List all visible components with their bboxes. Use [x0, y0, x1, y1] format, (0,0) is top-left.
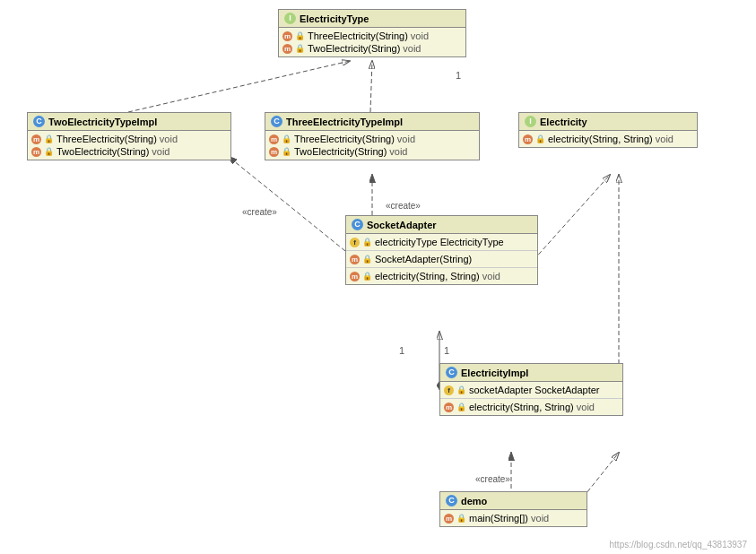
- two-electricity-title: TwoElectricityTypeImpl: [48, 117, 157, 127]
- socket-adapter-constructors: m 🔒 SocketAdapter(String): [346, 251, 537, 268]
- electricity-type-title: ElectricityType: [300, 13, 369, 24]
- three-electricity-box: C ThreeElectricityTypeImpl m 🔒 ThreeElec…: [265, 112, 480, 160]
- electricity-impl-title: ElectricityImpl: [461, 368, 528, 378]
- table-row: f 🔒 electricityType ElectricityType: [350, 236, 534, 248]
- class-icon: C: [33, 116, 45, 127]
- svg-text:1: 1: [399, 345, 404, 356]
- two-electricity-box: C TwoElectricityTypeImpl m 🔒 ThreeElectr…: [27, 112, 231, 160]
- demo-methods: m 🔒 main(String[]) void: [440, 510, 587, 526]
- table-row: m 🔒 ThreeElectricity(String) void: [269, 133, 475, 145]
- method-icon: m: [350, 272, 360, 281]
- table-row: m 🔒 main(String[]) void: [444, 512, 583, 524]
- socket-adapter-title: SocketAdapter: [367, 220, 437, 230]
- electricity-title: Electricity: [540, 117, 587, 127]
- table-row: m 🔒 TwoElectricity(String) void: [282, 42, 462, 55]
- table-row: m 🔒 electricity(String, String) void: [444, 401, 619, 413]
- socket-adapter-box: C SocketAdapter f 🔒 electricityType Elec…: [345, 215, 538, 285]
- three-electricity-methods: m 🔒 ThreeElectricity(String) void m 🔒 Tw…: [265, 131, 479, 160]
- three-electricity-title: ThreeElectricityTypeImpl: [286, 117, 403, 127]
- method-icon: m: [350, 255, 360, 264]
- method-icon: m: [282, 31, 292, 41]
- two-electricity-methods: m 🔒 ThreeElectricity(String) void m 🔒 Tw…: [28, 131, 230, 160]
- table-row: f 🔒 socketAdapter SocketAdapter: [444, 384, 619, 396]
- interface-icon: I: [525, 116, 536, 127]
- table-row: m 🔒 ThreeElectricity(String) void: [282, 30, 462, 42]
- method-icon: m: [444, 514, 454, 524]
- method-icon: m: [269, 147, 279, 157]
- table-row: m 🔒 TwoElectricity(String) void: [31, 145, 227, 158]
- electricity-type-methods: m 🔒 ThreeElectricity(String) void m 🔒 Tw…: [279, 28, 465, 56]
- table-row: m 🔒 electricity(String, String) void: [350, 270, 534, 282]
- demo-title: demo: [461, 496, 487, 506]
- method-icon: m: [444, 403, 454, 412]
- svg-line-17: [583, 453, 619, 498]
- method-icon: m: [269, 134, 279, 144]
- socket-adapter-fields: f 🔒 electricityType ElectricityType: [346, 234, 537, 251]
- svg-line-7: [229, 157, 345, 251]
- socket-adapter-methods: m 🔒 electricity(String, String) void: [346, 268, 537, 284]
- field-icon: f: [350, 238, 360, 247]
- electricity-impl-header: C ElectricityImpl: [440, 364, 622, 382]
- method-icon: m: [31, 147, 41, 157]
- electricity-type-box: I ElectricityType m 🔒 ThreeElectricity(S…: [278, 9, 466, 57]
- electricity-impl-methods: m 🔒 electricity(String, String) void: [440, 399, 622, 415]
- method-icon: m: [523, 134, 533, 144]
- table-row: m 🔒 TwoElectricity(String) void: [269, 145, 475, 158]
- table-row: m 🔒 SocketAdapter(String): [350, 253, 534, 265]
- class-icon: C: [446, 495, 457, 506]
- svg-text:«create»: «create»: [386, 201, 421, 211]
- svg-text:«create»: «create»: [475, 474, 510, 484]
- method-icon: m: [31, 134, 41, 144]
- electricity-box: I Electricity m 🔒 electricity(String, St…: [518, 112, 698, 148]
- svg-text:1: 1: [444, 345, 449, 356]
- socket-adapter-header: C SocketAdapter: [346, 216, 537, 234]
- diagram-container: 1 «create» «create» 1 1 «create» I Elect…: [0, 0, 756, 554]
- field-icon: f: [444, 385, 454, 395]
- class-icon: C: [446, 367, 457, 378]
- svg-line-3: [128, 61, 350, 112]
- watermark: https://blog.csdn.net/qq_43813937: [610, 540, 747, 550]
- table-row: m 🔒 electricity(String, String) void: [523, 133, 693, 145]
- svg-text:«create»: «create»: [242, 207, 277, 217]
- electricity-type-header: I ElectricityType: [279, 10, 465, 28]
- svg-text:1: 1: [456, 70, 461, 81]
- demo-header: C demo: [440, 492, 587, 510]
- electricity-methods: m 🔒 electricity(String, String) void: [519, 131, 697, 147]
- electricity-impl-fields: f 🔒 socketAdapter SocketAdapter: [440, 382, 622, 399]
- class-icon: C: [352, 219, 363, 230]
- method-icon: m: [282, 44, 292, 54]
- svg-line-14: [534, 175, 610, 260]
- electricity-impl-box: C ElectricityImpl f 🔒 socketAdapter Sock…: [439, 363, 623, 416]
- demo-box: C demo m 🔒 main(String[]) void: [439, 491, 587, 527]
- electricity-header: I Electricity: [519, 113, 697, 131]
- svg-line-4: [370, 61, 372, 112]
- three-electricity-header: C ThreeElectricityTypeImpl: [265, 113, 479, 131]
- table-row: m 🔒 ThreeElectricity(String) void: [31, 133, 227, 145]
- class-icon: C: [271, 116, 282, 127]
- interface-icon: I: [284, 13, 296, 24]
- two-electricity-header: C TwoElectricityTypeImpl: [28, 113, 230, 131]
